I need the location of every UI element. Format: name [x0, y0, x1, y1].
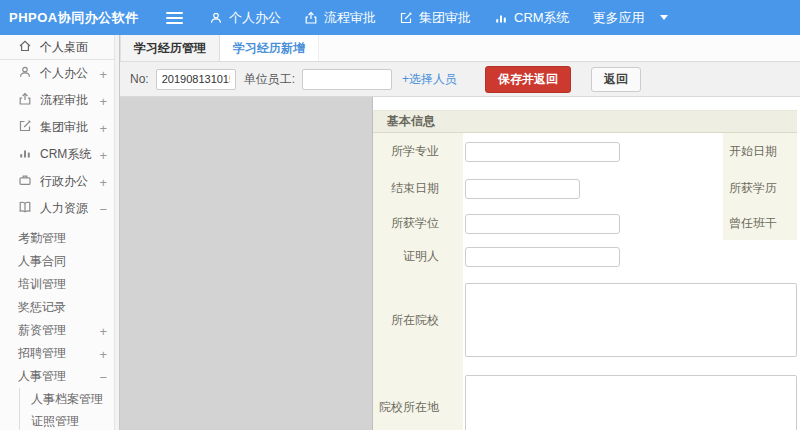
- edit-icon: [18, 119, 32, 136]
- chevron-down-icon: [660, 15, 668, 20]
- chart-icon: [18, 146, 32, 163]
- class-officer-label: 曾任班干: [723, 207, 797, 240]
- tab-strip: 学习经历管理 学习经历新增: [120, 35, 800, 62]
- sidebar-item-workflow-approval[interactable]: 流程审批 +: [0, 87, 119, 114]
- sidebar-scrollbar[interactable]: [114, 35, 119, 430]
- content-area: 学习经历管理 学习经历新增 No: 单位员工: +选择人员 保存并返回 返回 基…: [120, 35, 800, 430]
- select-personnel-link[interactable]: +选择人员: [402, 71, 457, 88]
- degree-cell: [463, 207, 723, 240]
- work-area: 基本信息 所学专业 开始日期 结束日期 所获学历 所获学位 曾任班干 证明人: [120, 97, 800, 430]
- sidebar-item-attendance[interactable]: 考勤管理: [0, 227, 119, 250]
- top-nav: 个人办公 流程审批 集团审批 CRM系统 更多应用: [209, 9, 668, 27]
- sidebar-item-certificates[interactable]: 证照管理: [20, 410, 119, 430]
- sidebar-item-recruitment[interactable]: 招聘管理+: [0, 342, 119, 365]
- sidebar-item-hr-contract[interactable]: 人事合同: [0, 250, 119, 273]
- institution-location-label: 院校所在地: [373, 367, 463, 430]
- empty-cell: [723, 240, 797, 273]
- save-and-return-button[interactable]: 保存并返回: [485, 66, 571, 93]
- no-label: No:: [130, 72, 149, 86]
- sidebar-item-crm-system[interactable]: CRM系统 +: [0, 141, 119, 168]
- sidebar-item-personnel-files[interactable]: 人事档案管理: [20, 388, 119, 410]
- sidebar-item-label: 个人桌面: [40, 39, 88, 56]
- briefcase-icon: [18, 173, 32, 190]
- edit-icon: [399, 11, 413, 25]
- expand-plus-icon[interactable]: +: [99, 323, 107, 338]
- upload-icon: [18, 92, 32, 109]
- expand-plus-icon[interactable]: +: [99, 120, 107, 135]
- return-button[interactable]: 返回: [591, 67, 641, 92]
- nav-label: 更多应用: [593, 9, 645, 27]
- person-icon: [18, 65, 32, 82]
- institution-location-textarea[interactable]: [465, 375, 797, 430]
- hr-submenu: 考勤管理 人事合同 培训管理 奖惩记录 薪资管理+ 招聘管理+ 人事管理− 人事…: [0, 227, 119, 430]
- sidebar-item-personal-office[interactable]: 个人办公 +: [0, 60, 119, 87]
- institution-location-cell: [463, 367, 797, 430]
- home-icon: [18, 39, 32, 56]
- sidebar-item-label: 奖惩记录: [18, 299, 66, 316]
- tab-label: 学习经历新增: [233, 40, 305, 57]
- backdrop: [120, 97, 372, 430]
- employee-label: 单位员工:: [244, 71, 295, 88]
- sidebar-item-hr[interactable]: 人力资源 −: [0, 195, 119, 222]
- chart-icon: [494, 11, 508, 25]
- sidebar-item-reward-punishment[interactable]: 奖惩记录: [0, 296, 119, 319]
- major-input[interactable]: [465, 142, 620, 162]
- start-date-label: 开始日期: [723, 133, 797, 170]
- nav-label: 流程审批: [324, 9, 376, 27]
- book-icon: [18, 200, 32, 217]
- tab-study-experience-management[interactable]: 学习经历管理: [120, 35, 220, 61]
- reference-cell: [463, 240, 723, 273]
- end-date-input[interactable]: [465, 179, 580, 199]
- sidebar-item-label: 招聘管理: [18, 345, 66, 362]
- expand-plus-icon[interactable]: +: [99, 66, 107, 81]
- expand-plus-icon[interactable]: +: [99, 147, 107, 162]
- nav-label: 个人办公: [229, 9, 281, 27]
- major-cell: [463, 133, 723, 170]
- nav-item-personal-office[interactable]: 个人办公: [209, 9, 281, 27]
- reference-label: 证明人: [373, 240, 463, 273]
- no-input[interactable]: [156, 69, 236, 90]
- sidebar-item-personal-desktop[interactable]: 个人桌面: [0, 35, 119, 60]
- end-date-label: 结束日期: [373, 170, 463, 207]
- sidebar-item-admin-office[interactable]: 行政办公 +: [0, 168, 119, 195]
- expand-plus-icon[interactable]: +: [99, 174, 107, 189]
- sidebar: 个人桌面 个人办公 + 流程审批 + 集团审批: [0, 35, 120, 430]
- institution-cell: [463, 273, 797, 367]
- sidebar-item-label: 人事管理: [18, 368, 66, 385]
- sidebar-item-label: 个人办公: [40, 65, 88, 82]
- form-toolbar: No: 单位员工: +选择人员 保存并返回 返回: [120, 62, 800, 97]
- sidebar-item-group-approval[interactable]: 集团审批 +: [0, 114, 119, 141]
- sidebar-item-label: 薪资管理: [18, 322, 66, 339]
- sidebar-item-label: 人事档案管理: [31, 391, 103, 408]
- sidebar-item-salary[interactable]: 薪资管理+: [0, 319, 119, 342]
- nav-item-workflow-approval[interactable]: 流程审批: [304, 9, 376, 27]
- sidebar-item-label: 培训管理: [18, 276, 66, 293]
- sidebar-item-label: 集团审批: [40, 119, 88, 136]
- nav-item-group-approval[interactable]: 集团审批: [399, 9, 471, 27]
- nav-item-crm-system[interactable]: CRM系统: [494, 9, 570, 27]
- expand-minus-icon[interactable]: −: [99, 201, 107, 216]
- sidebar-item-label: 人事合同: [18, 253, 66, 270]
- sidebar-item-label: CRM系统: [40, 146, 91, 163]
- app-logo: PHPOA协同办公软件: [0, 9, 128, 27]
- nav-label: 集团审批: [419, 9, 471, 27]
- tab-study-experience-new[interactable]: 学习经历新增: [220, 35, 319, 61]
- expand-plus-icon[interactable]: +: [99, 93, 107, 108]
- institution-textarea[interactable]: [465, 283, 797, 357]
- form-panel: 基本信息 所学专业 开始日期 结束日期 所获学历 所获学位 曾任班干 证明人: [372, 97, 800, 430]
- employee-input[interactable]: [302, 69, 392, 90]
- degree-input[interactable]: [465, 214, 620, 234]
- menu-icon[interactable]: [166, 12, 183, 24]
- tab-label: 学习经历管理: [134, 40, 206, 57]
- expand-plus-icon[interactable]: +: [99, 346, 107, 361]
- sidebar-item-label: 考勤管理: [18, 230, 66, 247]
- degree-label: 所获学位: [373, 207, 463, 240]
- sidebar-item-training[interactable]: 培训管理: [0, 273, 119, 296]
- reference-input[interactable]: [465, 247, 620, 267]
- sidebar-item-label: 证照管理: [31, 413, 79, 430]
- sidebar-item-label: 行政办公: [40, 173, 88, 190]
- sidebar-item-personnel[interactable]: 人事管理−: [0, 365, 119, 388]
- expand-minus-icon[interactable]: −: [99, 369, 107, 384]
- nav-item-more-apps[interactable]: 更多应用: [593, 9, 668, 27]
- sidebar-item-label: 流程审批: [40, 92, 88, 109]
